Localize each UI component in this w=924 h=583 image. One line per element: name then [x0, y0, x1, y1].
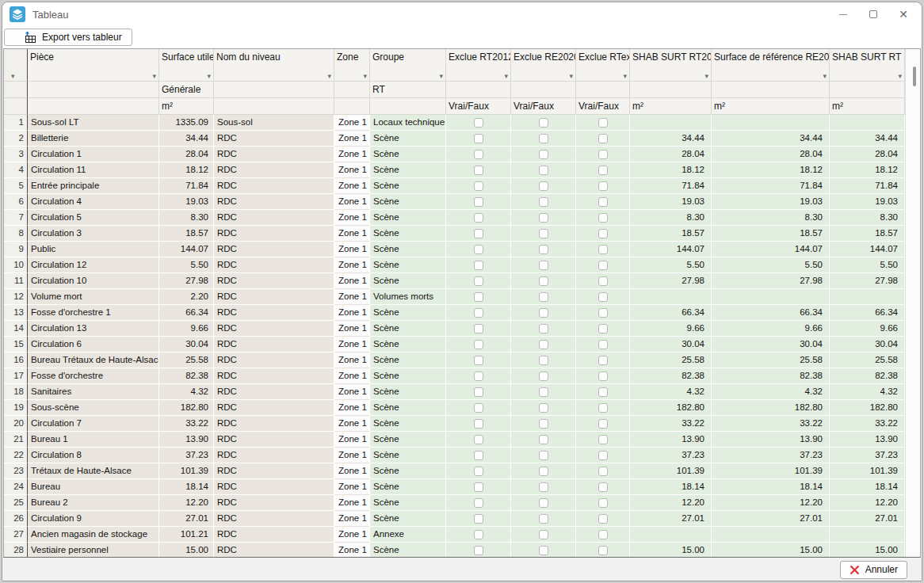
checkbox[interactable]	[598, 213, 608, 223]
checkbox[interactable]	[598, 387, 608, 397]
filter-arrow-icon[interactable]: ▾	[623, 72, 627, 80]
checkbox[interactable]	[598, 356, 608, 365]
cell-exclue_rtex[interactable]	[576, 178, 630, 194]
checkbox[interactable]	[598, 498, 608, 508]
cell-groupe[interactable]: Scène	[370, 463, 446, 479]
cell-zone[interactable]: Zone 1	[334, 400, 370, 416]
checkbox[interactable]	[598, 324, 608, 333]
cell-exclue_rt2012[interactable]	[446, 543, 511, 558]
cell-exclue_rtex[interactable]	[576, 416, 630, 432]
cell-zone[interactable]: Zone 1	[334, 479, 370, 495]
cell-shab_rtex[interactable]: 15.00	[830, 543, 905, 558]
cell-piece[interactable]: Billetterie	[28, 131, 159, 147]
cell-shab_rtex[interactable]: 28.04	[830, 147, 905, 162]
filter-arrow-icon[interactable]: ▾	[207, 72, 211, 80]
cell-shab_rt2012[interactable]	[630, 527, 712, 543]
cell-rownum[interactable]: 13	[4, 305, 28, 321]
checkbox[interactable]	[474, 261, 483, 270]
cell-zone[interactable]: Zone 1	[334, 321, 370, 337]
cell-niveau[interactable]: RDC	[214, 147, 334, 162]
checkbox[interactable]	[474, 229, 483, 238]
cell-shab_rt2012[interactable]: 101.39	[630, 463, 712, 479]
cell-exclue_rt2012[interactable]	[446, 463, 511, 479]
filter-arrow-icon[interactable]: ▾	[504, 72, 508, 80]
cell-piece[interactable]: Circulation 9	[28, 511, 159, 527]
checkbox[interactable]	[474, 435, 483, 444]
cell-shab_rt2012[interactable]: 30.04	[630, 337, 712, 352]
checkbox[interactable]	[539, 467, 548, 476]
cell-piece[interactable]: Volume mort	[28, 289, 159, 305]
cell-exclue_re2020[interactable]	[511, 479, 576, 495]
cell-shab_rtex[interactable]: 27.98	[830, 273, 905, 289]
cell-rownum[interactable]: 8	[4, 226, 28, 242]
cell-surface[interactable]: 101.21	[159, 527, 214, 543]
cell-surface[interactable]: 13.90	[159, 432, 214, 448]
cell-piece[interactable]: Sanitaires	[28, 384, 159, 400]
checkbox[interactable]	[474, 546, 483, 555]
cell-piece[interactable]: Bureau	[28, 479, 159, 495]
cell-piece[interactable]: Fosse d'orchestre	[28, 368, 159, 384]
cell-shab_rtex[interactable]: 9.66	[830, 321, 905, 337]
cell-shab_rt2012[interactable]: 25.58	[630, 352, 712, 368]
checkbox[interactable]	[474, 530, 483, 539]
cell-rownum[interactable]: 6	[4, 194, 28, 210]
cell-surface[interactable]: 66.34	[159, 305, 214, 321]
cell-groupe[interactable]: Scène	[370, 226, 446, 242]
cell-surface[interactable]: 9.66	[159, 321, 214, 337]
checkbox[interactable]	[474, 498, 483, 508]
cell-piece[interactable]: Vestiaire personnel	[28, 543, 159, 558]
checkbox[interactable]	[598, 451, 608, 460]
checkbox[interactable]	[474, 403, 483, 413]
checkbox[interactable]	[474, 340, 483, 349]
cell-niveau[interactable]: RDC	[214, 131, 334, 147]
checkbox[interactable]	[598, 229, 608, 238]
cell-piece[interactable]: Circulation 7	[28, 416, 159, 432]
cell-exclue_re2020[interactable]	[511, 210, 576, 226]
cell-niveau[interactable]: RDC	[214, 321, 334, 337]
cell-rownum[interactable]: 27	[4, 527, 28, 543]
cell-zone[interactable]: Zone 1	[334, 432, 370, 448]
checkbox[interactable]	[474, 419, 483, 429]
cell-groupe[interactable]: Volumes morts	[370, 289, 446, 305]
cell-rownum[interactable]: 22	[4, 448, 28, 463]
cell-exclue_re2020[interactable]	[511, 273, 576, 289]
cell-shab_rtex[interactable]: 34.44	[830, 131, 905, 147]
cell-surface[interactable]: 19.03	[159, 194, 214, 210]
cell-shab_rtex[interactable]: 144.07	[830, 242, 905, 257]
cell-surface[interactable]: 4.32	[159, 384, 214, 400]
cell-zone[interactable]: Zone 1	[334, 416, 370, 432]
cell-niveau[interactable]: RDC	[214, 178, 334, 194]
cell-zone[interactable]: Zone 1	[334, 162, 370, 178]
export-button[interactable]: Export vers tableur	[4, 29, 132, 46]
cell-rownum[interactable]: 25	[4, 495, 28, 511]
filter-arrow-icon[interactable]: ▾	[11, 72, 15, 80]
cell-piece[interactable]: Ancien magasin de stockage	[28, 527, 159, 543]
checkbox[interactable]	[474, 514, 483, 524]
cell-surface[interactable]: 37.23	[159, 448, 214, 463]
cell-shab_rtex[interactable]: 37.23	[830, 448, 905, 463]
cell-zone[interactable]: Zone 1	[334, 210, 370, 226]
cell-niveau[interactable]: RDC	[214, 305, 334, 321]
cell-surf_ref_re2020[interactable]: 18.57	[712, 226, 830, 242]
cell-exclue_re2020[interactable]	[511, 337, 576, 352]
cell-zone[interactable]: Zone 1	[334, 194, 370, 210]
cell-surf_ref_re2020[interactable]: 71.84	[712, 178, 830, 194]
checkbox[interactable]	[598, 166, 608, 175]
cell-exclue_rtex[interactable]	[576, 495, 630, 511]
cell-niveau[interactable]: RDC	[214, 368, 334, 384]
cell-zone[interactable]: Zone 1	[334, 305, 370, 321]
cell-shab_rtex[interactable]: 5.50	[830, 257, 905, 273]
cell-niveau[interactable]: RDC	[214, 226, 334, 242]
cell-shab_rtex[interactable]: 82.38	[830, 368, 905, 384]
cell-rownum[interactable]: 19	[4, 400, 28, 416]
cell-zone[interactable]: Zone 1	[334, 242, 370, 257]
cell-exclue_rt2012[interactable]	[446, 448, 511, 463]
cell-exclue_rtex[interactable]	[576, 226, 630, 242]
checkbox[interactable]	[539, 118, 548, 128]
cell-groupe[interactable]: Scène	[370, 432, 446, 448]
cell-exclue_rtex[interactable]	[576, 210, 630, 226]
cell-surface[interactable]: 18.57	[159, 226, 214, 242]
cell-shab_rt2012[interactable]: 18.57	[630, 226, 712, 242]
cell-piece[interactable]: Sous-sol LT	[28, 115, 159, 131]
cell-exclue_rtex[interactable]	[576, 448, 630, 463]
